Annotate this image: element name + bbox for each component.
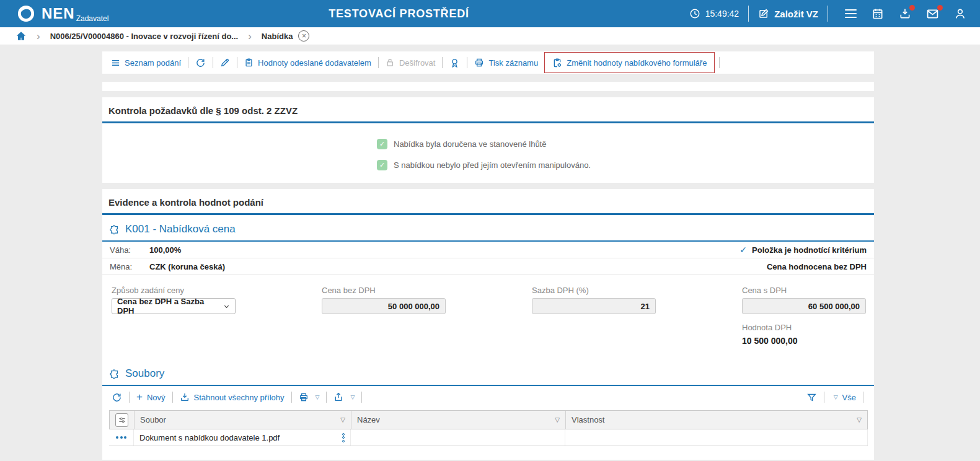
environment-title: TESTOVACÍ PROSTŘEDÍ — [108, 7, 689, 20]
cena-s-dph-field: Cena s DPH — [742, 286, 866, 314]
novy-button[interactable]: + Nový — [136, 391, 166, 403]
zpusob-zadani-select[interactable]: Cena bez DPH a Sazba DPH — [112, 298, 236, 314]
calendar-icon[interactable] — [872, 7, 884, 20]
column-settings-icon[interactable] — [115, 413, 128, 427]
toolbar-divider — [719, 57, 720, 68]
mail-notification-dot — [937, 5, 943, 11]
toolbar-divider — [129, 392, 130, 403]
mena-value: CZK (koruna česká) — [149, 262, 225, 271]
collapsed-panel — [102, 82, 874, 91]
print-menu-button[interactable]: ▽ — [299, 392, 320, 402]
compose-icon — [758, 8, 769, 19]
puzzle-icon — [109, 369, 120, 379]
kriterium-flag: ✓ Položka je hodnotící kritérium — [739, 245, 867, 255]
edit-pencil-button[interactable] — [220, 58, 230, 68]
downloads-notification-dot — [909, 5, 915, 11]
zpusob-zadani-field: Způsob zadání ceny Cena bez DPH a Sazba … — [112, 286, 236, 314]
zpusob-zadani-label: Způsob zadání ceny — [112, 286, 236, 295]
sazba-dph-input[interactable] — [532, 298, 656, 314]
vse-filter-button[interactable]: ▽ Vše — [831, 393, 856, 402]
brand-name: NEN — [42, 6, 75, 21]
row-menu-icon[interactable] — [342, 433, 345, 442]
table-row[interactable]: Dokument s nabídkou dodavatele 1.pdf — [109, 429, 868, 446]
cena-bez-dph-label: Cena bez DPH — [322, 286, 446, 295]
check-label: S nabídkou nebylo před jejím otevřením m… — [394, 160, 591, 170]
toolbar-divider — [291, 392, 292, 403]
stahnout-prilohy-button[interactable]: Stáhnout všechny přílohy — [180, 392, 285, 402]
header-divider — [748, 6, 749, 22]
table-header-row: Soubor ▽ Název ▽ Vlastnost ▽ — [109, 410, 868, 429]
check-row-untampered: ✓ S nabídkou nebylo před jejím otevřením… — [377, 160, 868, 170]
app-header: NEN Zadavatel TESTOVACÍ PROSTŘEDÍ 15:49:… — [0, 0, 980, 27]
printer-icon — [299, 392, 309, 402]
filter-triangle-icon[interactable]: ▽ — [857, 416, 862, 423]
toolbar-divider — [172, 392, 173, 403]
download-icon — [180, 392, 190, 402]
refresh-button[interactable] — [112, 392, 122, 403]
cena-s-dph-input[interactable] — [742, 298, 866, 314]
cena-bez-dph-input[interactable] — [322, 298, 446, 314]
breadcrumb-item-case[interactable]: N006/25/V00004860 - Inovace v rozvoji ří… — [50, 32, 238, 41]
mena-label: Měna: — [110, 262, 149, 271]
clipboard-gear-icon — [552, 58, 562, 68]
clock-icon — [689, 8, 700, 19]
row-actions-icon[interactable] — [116, 436, 126, 439]
dropdown-triangle-icon: ▽ — [350, 394, 355, 400]
export-menu-button[interactable]: ▽ — [333, 392, 355, 402]
award-ribbon-button[interactable] — [449, 58, 460, 68]
kontrola-panel: Kontrola požadavků dle § 109 odst. 2 ZZV… — [102, 97, 874, 183]
tisk-zaznamu-button[interactable]: Tisk záznamu — [474, 58, 538, 68]
refresh-button[interactable] — [195, 58, 206, 68]
file-vlastnost — [565, 429, 868, 446]
soubory-table: Soubor ▽ Název ▽ Vlastnost ▽ Dokument s … — [109, 410, 868, 446]
session-clock: 15:49:42 — [689, 8, 739, 19]
toolbar-divider — [442, 57, 443, 68]
downloads-icon[interactable] — [899, 7, 911, 20]
vaha-row: Váha: 100,00% ✓ Položka je hodnotící kri… — [102, 242, 874, 258]
file-name[interactable]: Dokument s nabídkou dodavatele 1.pdf — [139, 433, 280, 442]
clipboard-icon — [244, 58, 254, 68]
list-icon — [111, 58, 120, 68]
create-vz-button[interactable]: Založit VZ — [758, 8, 818, 19]
toolbar-divider — [824, 392, 824, 403]
blue-check-icon: ✓ — [739, 245, 747, 255]
home-icon[interactable] — [15, 30, 27, 42]
cena-bez-dph-field: Cena bez DPH — [322, 286, 446, 314]
column-header-vlastnost[interactable]: Vlastnost ▽ — [566, 411, 867, 429]
close-tab-icon[interactable]: × — [298, 30, 309, 42]
toolbar-divider — [863, 392, 863, 403]
hodnota-dph-label: Hodnota DPH — [742, 323, 866, 332]
column-header-soubor[interactable]: Soubor ▽ — [135, 411, 351, 429]
filter-triangle-icon[interactable]: ▽ — [555, 416, 560, 423]
column-header-nazev[interactable]: Název ▽ — [351, 411, 566, 429]
hodnoty-odeslane-button[interactable]: Hodnoty odeslané dodavatelem — [244, 58, 371, 68]
soubory-toolbar: + Nový Stáhnout všechny přílohy — [102, 386, 874, 408]
toolbar-divider — [237, 57, 237, 68]
mena-row: Měna: CZK (koruna česká) Cena hodnocena … — [102, 258, 874, 275]
header-divider — [828, 6, 828, 22]
seznam-podani-button[interactable]: Seznam podání — [111, 58, 181, 68]
plus-icon: + — [136, 391, 143, 403]
sazba-dph-label: Sazba DPH (%) — [532, 286, 656, 295]
dropdown-triangle-icon: ▽ — [316, 394, 320, 400]
desifrovat-button-disabled: Dešifrovat — [386, 58, 436, 68]
zmenit-hodnoty-button-highlighted[interactable]: Změnit hodnoty nabídkového formuláře — [544, 52, 715, 73]
mail-icon[interactable] — [926, 7, 939, 20]
k001-subsection-title: K001 - Nabídková cena — [102, 215, 874, 242]
user-profile-icon[interactable] — [954, 7, 966, 20]
menu-icon[interactable] — [845, 9, 857, 19]
breadcrumb-item-current[interactable]: Nabídka — [262, 32, 293, 41]
filter-funnel-icon[interactable] — [806, 392, 817, 403]
cena-s-dph-label: Cena s DPH — [742, 286, 866, 295]
check-row-delivered: ✓ Nabídka byla doručena ve stanovené lhů… — [377, 139, 868, 149]
nen-logo[interactable]: NEN Zadavatel — [16, 4, 108, 24]
hodnocena-note: Cena hodnocena bez DPH — [767, 262, 867, 271]
toolbar-divider — [361, 392, 362, 403]
dropdown-triangle-icon: ▽ — [834, 394, 838, 400]
toolbar-divider — [188, 57, 188, 68]
export-icon — [333, 392, 343, 402]
soubory-subsection-title: Soubory — [102, 359, 874, 386]
vaha-value: 100,00% — [149, 245, 181, 255]
filter-triangle-icon[interactable]: ▽ — [340, 416, 345, 423]
create-vz-label: Založit VZ — [774, 9, 818, 19]
